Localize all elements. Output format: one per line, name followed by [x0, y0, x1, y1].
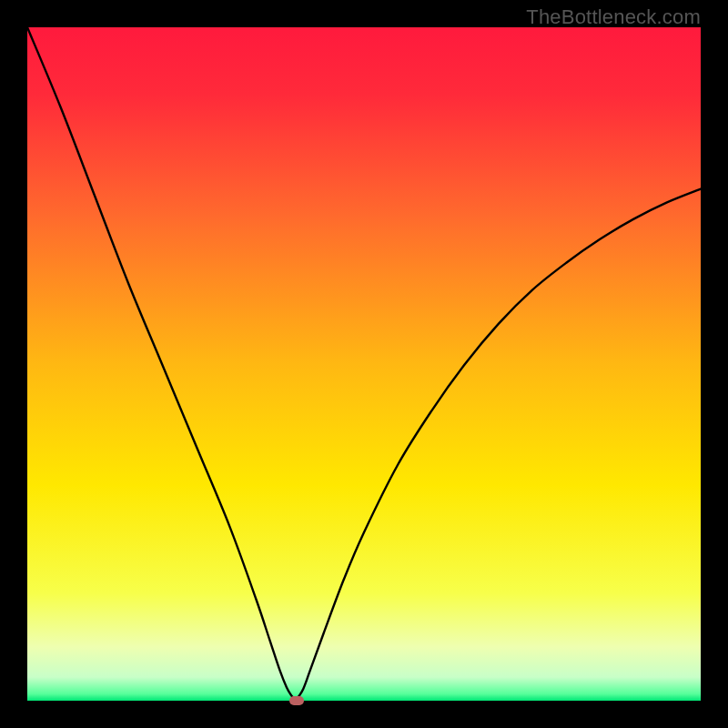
plot-area — [27, 27, 701, 701]
optimal-point-marker — [289, 696, 304, 705]
outer-frame: TheBottleneck.com — [0, 0, 728, 728]
bottleneck-curve — [27, 27, 701, 701]
watermark-text: TheBottleneck.com — [526, 5, 701, 29]
